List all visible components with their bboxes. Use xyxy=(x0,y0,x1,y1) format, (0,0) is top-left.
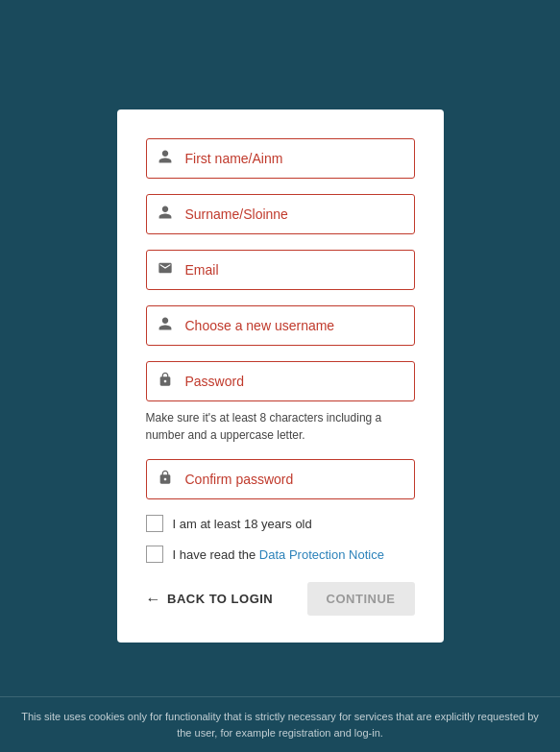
back-to-login-button[interactable]: ← BACK TO LOGIN xyxy=(146,591,274,608)
data-protection-checkbox-group: I have read the Data Protection Notice xyxy=(146,546,415,563)
registration-card: Make sure it's at least 8 characters inc… xyxy=(117,109,444,643)
back-label: BACK TO LOGIN xyxy=(167,592,273,606)
cookie-text: This site uses cookies only for function… xyxy=(19,709,541,740)
data-protection-link[interactable]: Data Protection Notice xyxy=(259,547,384,562)
password-group xyxy=(146,361,415,401)
form-actions: ← BACK TO LOGIN CONTINUE xyxy=(146,582,415,616)
email-group xyxy=(146,250,415,290)
password-helper: Make sure it's at least 8 characters inc… xyxy=(146,409,415,444)
data-protection-checkbox[interactable] xyxy=(146,546,163,563)
first-name-group xyxy=(146,138,415,179)
email-input[interactable] xyxy=(146,250,415,290)
password-input[interactable] xyxy=(146,361,415,401)
confirm-password-input[interactable] xyxy=(146,459,415,499)
data-protection-label: I have read the Data Protection Notice xyxy=(173,547,384,562)
age-checkbox[interactable] xyxy=(146,515,163,532)
data-protection-prefix: I have read the xyxy=(173,547,259,562)
surname-group xyxy=(146,194,415,234)
confirm-password-group xyxy=(146,459,415,499)
first-name-input[interactable] xyxy=(146,138,415,179)
age-checkbox-group: I am at least 18 years old xyxy=(146,515,415,532)
age-label: I am at least 18 years old xyxy=(173,517,312,531)
username-input[interactable] xyxy=(146,305,415,346)
surname-input[interactable] xyxy=(146,194,415,234)
username-group xyxy=(146,305,415,346)
back-arrow-icon: ← xyxy=(146,591,162,608)
continue-button[interactable]: CONTINUE xyxy=(307,582,415,616)
cookie-notice: This site uses cookies only for function… xyxy=(0,696,560,752)
